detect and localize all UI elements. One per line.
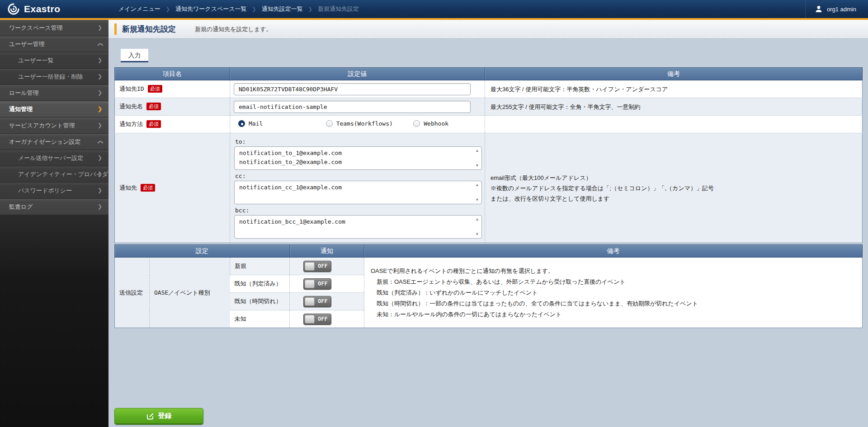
sidebar-item-label: 通知管理 xyxy=(9,106,33,113)
sidebar-item-label: サービスアカウント管理 xyxy=(9,122,75,129)
toggle-unknown[interactable]: OFF xyxy=(303,314,331,325)
remark-line: 既知（時間切れ）：一部の条件には当てはまったものの、全ての条件に当てはまらないま… xyxy=(371,298,856,309)
breadcrumb-main-menu[interactable]: メインメニュー xyxy=(118,5,160,13)
chevron-right-icon: ❯ xyxy=(98,117,102,133)
remark-line: 未知：ルールやルール内の条件の一切にあてはまらなかったイベント xyxy=(371,309,856,320)
register-button[interactable]: 登録 xyxy=(114,408,203,425)
radio-selected-icon[interactable] xyxy=(238,120,245,127)
toggle-state-label: OFF xyxy=(318,298,328,305)
scroll-up-arrow-icon[interactable]: ▲ xyxy=(475,183,479,187)
column-header-setting-value: 設定値 xyxy=(230,68,485,80)
breadcrumb-workspace-list[interactable]: 通知先ワークスペース一覧 xyxy=(175,5,247,13)
remark-line: ※複数のメールアドレスを指定する場合は「;（セミコロン）」「,（カンマ）」記号 xyxy=(491,183,857,193)
chevron-right-icon: ❯ xyxy=(98,85,102,101)
sidebar-item-notification-mgmt[interactable]: 通知管理 ❯ xyxy=(0,101,108,117)
breadcrumb-destination-list[interactable]: 通知先設定一覧 xyxy=(262,5,303,13)
sidebar-item-label: ロール管理 xyxy=(9,89,39,96)
sidebar: ワークスペース管理 ❯ ユーザー管理 ❯ ユーザー一覧 ❯ ユーザー一括登録・削… xyxy=(0,20,108,427)
cc-label: cc: xyxy=(235,173,484,179)
scroll-down-arrow-icon[interactable]: ▼ xyxy=(475,232,479,236)
chevron-right-icon: ❯ xyxy=(98,20,102,36)
destination-name-input[interactable] xyxy=(234,101,471,113)
toggle-known-timeout[interactable]: OFF xyxy=(303,296,331,307)
column-header-remarks: 備考 xyxy=(485,68,863,80)
table-row-destination-id: 通知先ID必須 最大36文字 / 使用可能文字：半角英数・ハイフン・アンダースコ… xyxy=(115,80,863,98)
radio-unselected-icon[interactable] xyxy=(326,120,333,127)
sidebar-item-label: ワークスペース管理 xyxy=(9,24,63,31)
bcc-textarea[interactable]: notification_bcc_1@example.com xyxy=(239,217,471,237)
sidebar-item-user-mgmt[interactable]: ユーザー管理 ❯ xyxy=(0,36,108,52)
toggle-state-label: OFF xyxy=(318,281,328,287)
sidebar-item-audit-log[interactable]: 監査ログ ❯ xyxy=(0,199,108,215)
field-label-destination-id: 通知先ID xyxy=(119,85,144,92)
chevron-right-icon: ❯ xyxy=(98,69,102,84)
chevron-right-icon: ❯ xyxy=(98,150,102,166)
sidebar-item-role-mgmt[interactable]: ロール管理 ❯ xyxy=(0,85,108,101)
sidebar-item-organization-settings[interactable]: オーガナイゼーション設定 ❯ xyxy=(0,134,108,150)
sidebar-item-password-policy[interactable]: パスワードポリシー ❯ xyxy=(0,183,108,199)
chevron-right-icon: ❯ xyxy=(166,6,170,12)
chevron-right-icon: ❯ xyxy=(98,199,102,215)
sidebar-item-service-account-mgmt[interactable]: サービスアカウント管理 ❯ xyxy=(0,117,108,134)
remark-send-settings: OASEで利用されるイベントの種別ごとに通知の有無を選択します。 新規：OASE… xyxy=(364,258,863,328)
scroll-down-arrow-icon[interactable]: ▼ xyxy=(475,164,479,168)
toggle-state-label: OFF xyxy=(318,316,328,322)
column-header-item-name: 項目名 xyxy=(115,68,230,80)
user-icon xyxy=(815,5,823,13)
toggle-new[interactable]: OFF xyxy=(303,261,331,272)
sidebar-item-mail-server-settings[interactable]: メール送信サーバー設定 ❯ xyxy=(0,150,108,166)
required-badge: 必須 xyxy=(146,120,161,128)
chevron-right-icon: ❯ xyxy=(98,52,102,68)
column-header-settings: 設定 xyxy=(115,245,290,258)
cc-textarea-box: notification_cc_1@example.com ▲ ▼ xyxy=(234,181,482,204)
content-area: 新規通知先設定 新規の通知先を設定します。 入力 項目名 設定値 備考 通知先I… xyxy=(108,20,868,427)
toggle-known-judged[interactable]: OFF xyxy=(303,278,331,290)
to-label: to: xyxy=(235,138,484,145)
scroll-down-arrow-icon[interactable]: ▼ xyxy=(475,198,479,202)
toggle-knob xyxy=(305,297,315,306)
radio-option-teams-workflows[interactable]: Teams(Workflows) xyxy=(326,120,412,127)
scroll-up-arrow-icon[interactable]: ▲ xyxy=(475,149,479,153)
required-badge: 必須 xyxy=(148,85,162,93)
remark-line: 新規：OASEエージェントから収集、あるいは、外部システムから受け取った直後のイ… xyxy=(371,277,856,287)
radio-option-webhook[interactable]: Webhook xyxy=(413,120,448,127)
remark-destination: email形式（最大100メールアドレス） ※複数のメールアドレスを指定する場合… xyxy=(485,133,863,243)
group-label-send-settings: 送信設定 xyxy=(115,258,150,328)
send-settings-table: 設定 通知 備考 送信設定 OASE／イベント種別 新規 OFF xyxy=(114,244,863,328)
destination-id-input[interactable] xyxy=(234,83,471,95)
field-label-notification-method: 通知方法 xyxy=(119,121,143,127)
sidebar-item-label: ユーザー管理 xyxy=(9,41,45,47)
cc-textarea[interactable]: notification_cc_1@example.com xyxy=(239,183,471,202)
sidebar-item-workspace-mgmt[interactable]: ワークスペース管理 ❯ xyxy=(0,20,108,36)
to-textarea[interactable]: notification_to_1@example.com notificati… xyxy=(239,149,471,168)
breadcrumb: メインメニュー ❯ 通知先ワークスペース一覧 ❯ 通知先設定一覧 ❯ 新規通知先… xyxy=(108,5,359,13)
sidebar-item-label: 監査ログ xyxy=(9,203,33,210)
toggle-knob xyxy=(305,280,315,288)
required-badge: 必須 xyxy=(146,103,161,110)
chevron-right-icon: ❯ xyxy=(252,6,256,12)
column-header-notify: 通知 xyxy=(290,245,364,258)
notification-form-table: 項目名 設定値 備考 通知先ID必須 最大36文字 / 使用可能文字：半角英数・… xyxy=(114,67,863,243)
scroll-up-arrow-icon[interactable]: ▲ xyxy=(475,217,479,221)
tab-input[interactable]: 入力 xyxy=(121,49,148,62)
table-row-destination-addresses: 通知先必須 to: notification_to_1@example.com … xyxy=(115,133,863,243)
submit-row: 登録 xyxy=(114,408,863,425)
field-label-destination: 通知先 xyxy=(119,184,137,191)
toggle-knob xyxy=(305,262,315,271)
app-logo[interactable]: Exastro xyxy=(0,3,108,15)
sidebar-item-label: パスワードポリシー xyxy=(18,187,72,194)
radio-unselected-icon[interactable] xyxy=(413,120,420,127)
sidebar-item-user-list[interactable]: ユーザー一覧 ❯ xyxy=(0,52,108,69)
radio-option-mail[interactable]: Mail xyxy=(238,120,324,127)
chevron-right-icon: ❯ xyxy=(98,183,102,198)
table-row-notification-method: 通知方法必須 Mail Teams(Workflows) xyxy=(115,116,863,133)
chevron-right-icon: ❯ xyxy=(98,101,102,117)
chevron-right-icon: ❯ xyxy=(98,166,102,182)
sidebar-item-user-bulk-register-delete[interactable]: ユーザー一括登録・削除 ❯ xyxy=(0,69,108,85)
radio-label-mail: Mail xyxy=(249,120,263,127)
event-type-label-known-judged: 既知（判定済み） xyxy=(230,275,290,293)
sidebar-item-identity-provider[interactable]: アイデンティティー・プロバイダー ❯ xyxy=(0,166,108,183)
breadcrumb-current-page: 新規通知先設定 xyxy=(318,5,359,13)
user-menu[interactable]: org1 admin xyxy=(805,0,868,18)
page-subtitle: 新規の通知先を設定します。 xyxy=(195,25,272,33)
